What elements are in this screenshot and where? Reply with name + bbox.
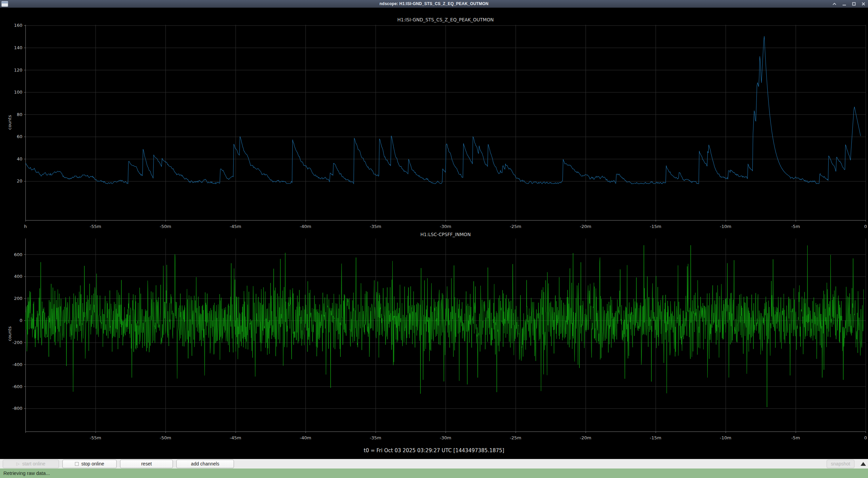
ndscope-window: { "window": { "title": "ndscope: H1:ISI-… (0, 0, 868, 478)
svg-text:-45m: -45m (230, 435, 241, 440)
svg-text:-30m: -30m (440, 224, 451, 228)
start-online-button[interactable]: ▷ start online (3, 460, 59, 468)
plot-title-bottom: H1:LSC-CPSFF_INMON (25, 232, 866, 237)
svg-text:-10m: -10m (720, 224, 731, 228)
svg-text:-45m: -45m (230, 224, 241, 228)
bottom-toolbar: ▷ start online stop online reset add cha… (0, 459, 868, 469)
reset-button[interactable]: reset (120, 460, 173, 468)
status-bar: Retrieving raw data... (0, 469, 868, 478)
status-text: Retrieving raw data... (3, 471, 50, 476)
trace-top (25, 36, 861, 184)
window-title: ndscope: H1:ISI-GND_STS_CS_Z_EQ_PEAK_OUT… (379, 1, 488, 6)
trace-bottom (25, 245, 864, 407)
snapshot-button[interactable]: snapshot (827, 460, 854, 468)
grid-lines (25, 238, 866, 432)
shade-icon[interactable] (832, 2, 836, 5)
svg-text:120: 120 (14, 68, 22, 73)
svg-text:-400: -400 (12, 362, 22, 367)
stop-online-label: stop online (81, 461, 104, 466)
svg-text:-5m: -5m (791, 435, 800, 440)
add-channels-label: add channels (191, 461, 219, 466)
svg-text:-15m: -15m (650, 224, 662, 228)
svg-text:80: 80 (17, 112, 22, 117)
svg-text:-55m: -55m (90, 435, 101, 440)
svg-text:-800: -800 (12, 406, 22, 411)
svg-text:-40m: -40m (300, 435, 311, 440)
close-icon[interactable] (862, 2, 865, 6)
svg-text:0: 0 (864, 435, 867, 440)
tick-labels: h-55m-50m-45m-40m-35m-30m-25m-20m-15m-10… (14, 23, 867, 228)
svg-text:-200: -200 (12, 340, 22, 345)
t0-timestamp: t0 = Fri Oct 03 2025 03:29:27 UTC [14434… (0, 442, 868, 459)
plot-panel-bottom[interactable]: -55m-50m-45m-40m-35m-30m-25m-20m-15m-10m… (0, 228, 868, 442)
svg-text:600: 600 (14, 252, 22, 257)
svg-text:-5m: -5m (791, 224, 800, 228)
y-axis-label-top: counts (7, 116, 12, 130)
svg-text:-15m: -15m (650, 435, 662, 440)
svg-text:-55m: -55m (90, 224, 101, 228)
svg-text:40: 40 (17, 156, 22, 161)
plot-canvas-top[interactable]: h-55m-50m-45m-40m-35m-30m-25m-20m-15m-10… (0, 8, 868, 228)
svg-text:-30m: -30m (440, 435, 451, 440)
svg-text:-25m: -25m (510, 224, 521, 228)
svg-text:60: 60 (17, 134, 22, 139)
snapshot-label: snapshot (831, 461, 850, 466)
up-arrow-icon[interactable] (861, 462, 866, 466)
svg-text:400: 400 (14, 274, 22, 279)
y-axis-label-bottom: counts (7, 328, 12, 341)
svg-text:-600: -600 (12, 384, 22, 389)
svg-text:-35m: -35m (370, 435, 381, 440)
svg-text:-35m: -35m (370, 224, 381, 228)
svg-text:-10m: -10m (720, 435, 731, 440)
svg-text:140: 140 (14, 45, 22, 50)
svg-text:0: 0 (864, 224, 867, 228)
minimize-icon[interactable] (842, 2, 846, 5)
svg-text:-50m: -50m (160, 224, 171, 228)
stop-square-icon (75, 462, 79, 466)
svg-text:h: h (24, 224, 27, 228)
add-channels-button[interactable]: add channels (176, 460, 234, 468)
svg-text:200: 200 (14, 296, 22, 301)
window-icon (1, 1, 8, 7)
tick-labels: -55m-50m-45m-40m-35m-30m-25m-20m-15m-10m… (12, 252, 867, 440)
plot-canvas-bottom[interactable]: -55m-50m-45m-40m-35m-30m-25m-20m-15m-10m… (0, 228, 868, 442)
maximize-icon[interactable] (852, 2, 856, 6)
plot-title-top: H1:ISI-GND_STS_CS_Z_EQ_PEAK_OUTMON (25, 17, 866, 22)
svg-text:-50m: -50m (160, 435, 171, 440)
svg-text:100: 100 (14, 90, 22, 95)
plot-panel-top[interactable]: h-55m-50m-45m-40m-35m-30m-25m-20m-15m-10… (0, 8, 868, 228)
title-bar[interactable]: ndscope: H1:ISI-GND_STS_CS_Z_EQ_PEAK_OUT… (0, 0, 868, 8)
reset-label: reset (141, 461, 152, 466)
svg-text:-20m: -20m (580, 435, 591, 440)
svg-text:160: 160 (14, 23, 22, 28)
play-icon: ▷ (16, 462, 19, 466)
axis-lines (24, 25, 866, 222)
start-online-label: start online (22, 461, 45, 466)
svg-text:20: 20 (17, 178, 22, 184)
grid-lines (25, 25, 866, 220)
svg-text:-40m: -40m (300, 224, 311, 228)
svg-text:-20m: -20m (580, 224, 591, 228)
svg-text:0: 0 (20, 318, 22, 323)
stop-online-button[interactable]: stop online (62, 460, 117, 468)
svg-text:-25m: -25m (510, 435, 521, 440)
